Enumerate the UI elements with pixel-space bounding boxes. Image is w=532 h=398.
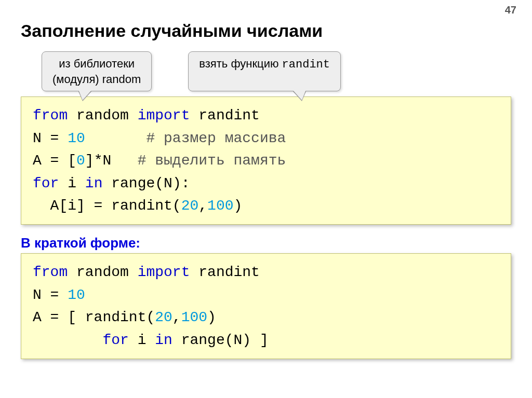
code-number: 100 (207, 198, 233, 214)
page-title: Заполнение случайными числами (21, 21, 511, 41)
code-block-full: from random import randint N = 10 # разм… (21, 97, 511, 225)
code-text: ]*N (85, 153, 138, 169)
code-text: i (129, 332, 155, 348)
code-keyword: import (138, 107, 190, 123)
code-number: 100 (181, 309, 207, 325)
code-keyword: import (138, 264, 190, 280)
code-text: randint (190, 264, 259, 280)
code-keyword: in (85, 175, 103, 191)
code-text: N = (33, 130, 68, 146)
code-text (85, 130, 147, 146)
callouts-row: из библиотеки (модуля) random взять функ… (42, 51, 511, 91)
code-text: , (198, 198, 207, 214)
callout-library-line1: из библиотеки (59, 57, 135, 70)
code-text (33, 332, 102, 348)
code-text: i (59, 175, 85, 191)
code-number: 10 (68, 287, 85, 303)
code-text: ) (207, 309, 216, 325)
code-text: A = [ randint( (33, 309, 155, 325)
code-keyword: from (33, 107, 68, 123)
callout-function: взять функцию randint (188, 51, 341, 91)
callout-library: из библиотеки (модуля) random (42, 51, 152, 91)
code-text: random (68, 107, 137, 123)
code-text: range(N): (102, 175, 190, 191)
code-text: A = [ (33, 153, 76, 169)
callout-library-line2: (модуля) random (52, 73, 141, 86)
code-keyword: for (33, 175, 59, 191)
callout-function-prefix: взять функцию (199, 57, 282, 70)
code-text: randint (190, 107, 259, 123)
code-text: N = (33, 287, 68, 303)
code-keyword: in (155, 332, 172, 348)
code-comment: # выделить память (138, 153, 286, 169)
code-text: random (68, 264, 137, 280)
code-text: , (172, 309, 181, 325)
code-text: range(N) ] (172, 332, 269, 348)
code-comment: # размер массива (146, 130, 286, 146)
code-text: A[i] = randint( (33, 198, 181, 214)
callout-function-mono: randint (282, 58, 330, 71)
subtitle: В краткой форме: (21, 235, 511, 251)
code-number: 10 (68, 130, 85, 146)
code-block-short: from random import randint N = 10 A = [ … (21, 253, 511, 359)
code-number: 20 (181, 198, 199, 214)
code-keyword: for (102, 332, 128, 348)
code-number: 20 (155, 309, 172, 325)
code-number: 0 (76, 153, 85, 169)
code-text: ) (234, 198, 243, 214)
code-keyword: from (33, 264, 68, 280)
page-number: 47 (505, 4, 516, 16)
